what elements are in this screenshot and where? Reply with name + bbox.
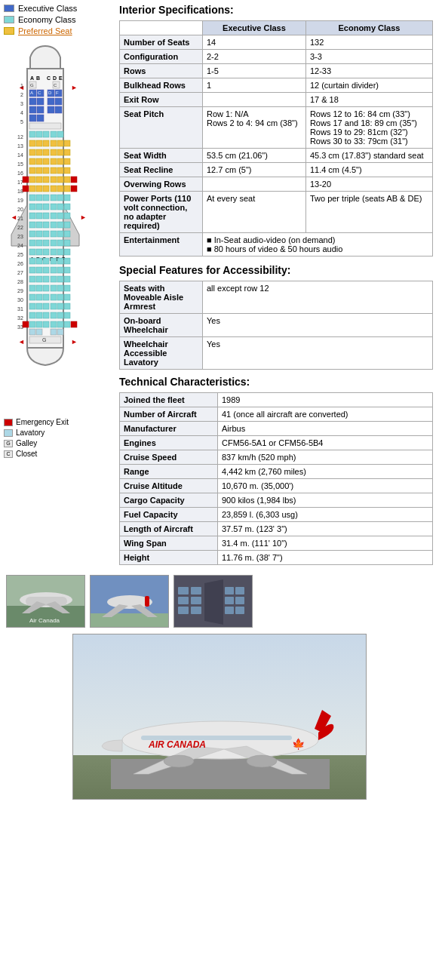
- svg-rect-41: [37, 106, 44, 113]
- svg-rect-145: [43, 249, 49, 255]
- svg-rect-47: [29, 123, 61, 129]
- svg-rect-103: [43, 195, 49, 201]
- svg-rect-53: [57, 131, 63, 137]
- svg-rect-234: [225, 587, 234, 594]
- main-photo[interactable]: AIR CANADA 🍁: [72, 634, 367, 800]
- svg-rect-144: [36, 249, 42, 255]
- svg-rect-147: [57, 249, 63, 255]
- closet-legend-box: C: [4, 450, 13, 458]
- svg-rect-200: [36, 321, 42, 327]
- svg-rect-164: [29, 276, 35, 282]
- table-row: Number of Aircraft41 (once all aircraft …: [120, 407, 433, 422]
- svg-rect-132: [51, 231, 57, 237]
- svg-text:31: 31: [17, 306, 23, 312]
- svg-rect-111: [51, 204, 57, 210]
- svg-rect-64: [43, 149, 49, 155]
- svg-rect-141: [64, 240, 70, 246]
- svg-rect-207: [29, 329, 35, 335]
- left-panel: Executive Class Economy Class Preferred …: [0, 0, 113, 569]
- svg-rect-35: [29, 98, 36, 105]
- econ-col-header: Economy Class: [305, 21, 432, 35]
- svg-text:◄: ◄: [11, 214, 17, 221]
- photo-thumb-2[interactable]: [90, 575, 169, 628]
- svg-text:AIR CANADA: AIR CANADA: [148, 739, 206, 750]
- svg-text:28: 28: [17, 279, 23, 284]
- svg-rect-167: [51, 276, 57, 282]
- svg-text:G: G: [42, 337, 46, 343]
- table-row: Cruise Speed837 km/h (520 mph): [120, 450, 433, 465]
- svg-rect-85: [43, 177, 49, 183]
- svg-rect-116: [36, 213, 42, 219]
- table-row: Entertainment■ In-Seat audio-video (on d…: [120, 233, 433, 257]
- svg-rect-78: [43, 167, 49, 174]
- svg-rect-190: [64, 303, 70, 309]
- table-row: Wheelchair Accessible LavatoryYes: [120, 337, 433, 370]
- galley-legend-box: G: [4, 440, 13, 447]
- svg-rect-185: [29, 303, 35, 309]
- svg-rect-201: [43, 321, 49, 327]
- table-row: Range4,442 km (2,760 miles): [120, 465, 433, 479]
- svg-rect-187: [43, 303, 49, 309]
- svg-rect-235: [235, 587, 244, 594]
- svg-rect-171: [29, 285, 35, 291]
- svg-text:A: A: [30, 91, 33, 95]
- svg-rect-175: [57, 285, 63, 291]
- svg-rect-236: [225, 597, 234, 604]
- svg-rect-87: [57, 177, 63, 183]
- svg-rect-160: [51, 267, 57, 273]
- table-row: Seat Width53.5 cm (21.06")45.3 cm (17.83…: [120, 149, 433, 163]
- svg-rect-131: [43, 231, 49, 237]
- svg-rect-130: [36, 231, 42, 237]
- svg-text:22: 22: [17, 225, 23, 230]
- svg-rect-88: [64, 177, 70, 183]
- photo-thumb-1[interactable]: Air Canada: [6, 575, 85, 628]
- svg-text:12: 12: [17, 134, 23, 140]
- svg-rect-106: [64, 195, 70, 201]
- svg-rect-66: [57, 149, 63, 155]
- svg-rect-101: [29, 195, 35, 201]
- svg-rect-129: [29, 231, 35, 237]
- svg-text:F: F: [56, 91, 59, 95]
- svg-rect-42: [48, 106, 54, 113]
- photo-thumbnails: Air Canada: [6, 575, 433, 628]
- svg-rect-197: [64, 312, 70, 318]
- svg-text:1: 1: [20, 83, 23, 88]
- svg-text:16: 16: [17, 171, 23, 176]
- table-row: Configuration2-23-3: [120, 50, 433, 64]
- table-row: Seat Recline12.7 cm (5")11.4 cm (4.5"): [120, 163, 433, 177]
- table-row: Cargo Capacity900 kilos (1,984 lbs): [120, 493, 433, 508]
- svg-rect-166: [43, 276, 49, 282]
- svg-rect-56: [36, 140, 42, 146]
- svg-text:30: 30: [17, 297, 23, 303]
- seat-map: ◄ ► ◄ ► ◄ ► A B C D E A B C D E F: [8, 42, 106, 413]
- svg-rect-63: [36, 149, 42, 155]
- photo-thumb-3[interactable]: [173, 575, 253, 628]
- lavatory-legend-box: [4, 429, 13, 437]
- svg-rect-95: [51, 186, 57, 192]
- table-row: Fuel Capacity23,859 l. (6,303 usg): [120, 508, 433, 522]
- svg-rect-230: [191, 597, 201, 604]
- svg-rect-168: [57, 276, 63, 282]
- svg-rect-158: [36, 267, 42, 273]
- svg-text:20: 20: [17, 207, 23, 212]
- svg-text:21: 21: [17, 216, 23, 221]
- svg-rect-115: [29, 213, 35, 219]
- svg-rect-139: [51, 240, 57, 246]
- svg-rect-176: [64, 285, 70, 291]
- svg-text:32: 32: [17, 315, 23, 321]
- table-row: EnginesCFM56-5A1 or CFM56-5B4: [120, 436, 433, 450]
- svg-text:🍁: 🍁: [292, 738, 305, 751]
- svg-rect-232: [191, 607, 201, 614]
- svg-rect-153: [51, 258, 57, 264]
- lavatory-legend-label: Lavatory: [16, 429, 45, 437]
- svg-text:C: C: [54, 83, 57, 88]
- photos-section: Air Canada: [0, 569, 439, 806]
- accessibility-section: Special Features for Accessibility: Seat…: [119, 264, 433, 370]
- svg-rect-209: [51, 329, 57, 335]
- svg-rect-146: [51, 249, 57, 255]
- svg-rect-195: [51, 312, 57, 318]
- table-row: Length of Aircraft37.57 m. (123' 3"): [120, 522, 433, 536]
- table-row: On-board WheelchairYes: [120, 314, 433, 337]
- table-row: Power Ports (110 volt connection, no ada…: [120, 192, 433, 233]
- technical-table: Joined the fleet1989Number of Aircraft41…: [119, 392, 433, 565]
